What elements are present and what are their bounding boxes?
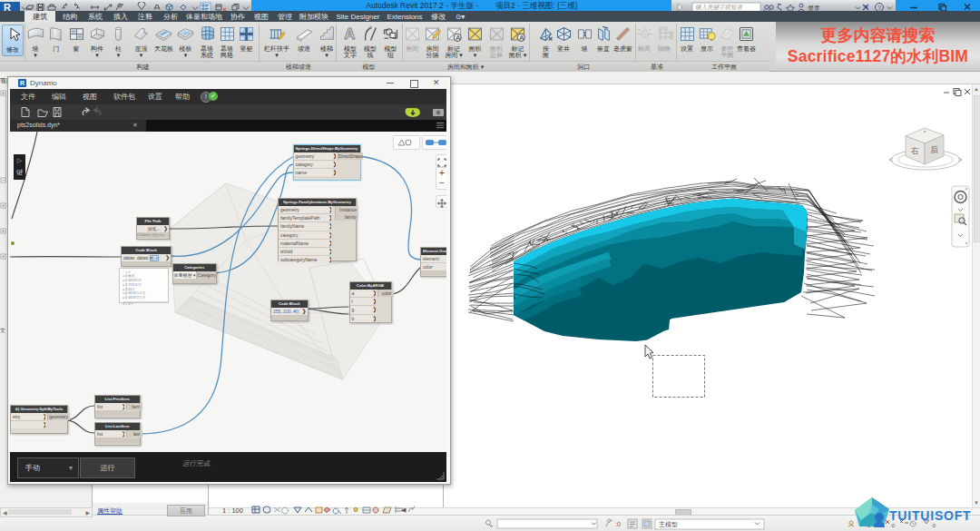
svg-text:文: 文 bbox=[0, 327, 5, 333]
svg-text:TUITUISOFT: TUITUISOFT bbox=[889, 508, 971, 523]
svg-text:后: 后 bbox=[930, 145, 938, 154]
svg-text:?: ? bbox=[877, 5, 881, 11]
svg-text:主模型: 主模型 bbox=[659, 520, 678, 528]
svg-text::0: :0 bbox=[615, 521, 621, 527]
svg-text:右: 右 bbox=[910, 146, 919, 155]
svg-text:键入关键字或短语: 键入关键字或短语 bbox=[695, 4, 744, 10]
